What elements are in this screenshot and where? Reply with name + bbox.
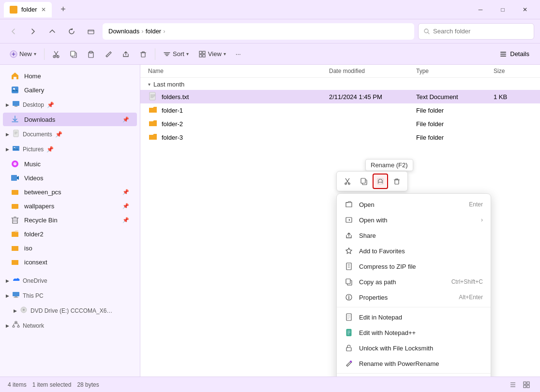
mini-delete-button[interactable] (389, 174, 405, 189)
new-label: New (19, 50, 32, 58)
title-bar-left: folder ✕ + (4, 2, 71, 17)
svg-rect-46 (395, 180, 399, 184)
ctx-item-rename-powerrename[interactable]: Rename with PowerRename (337, 356, 491, 371)
ctx-item-favorites[interactable]: Add to Favorites (337, 243, 491, 259)
maximize-button[interactable]: □ (492, 0, 514, 19)
sidebar-group-desktop[interactable]: ▶ Desktop 📌 (0, 97, 140, 112)
cut-button[interactable] (48, 48, 64, 60)
sidebar-recycle-bin-label: Recycle Bin (24, 217, 58, 224)
sort-button[interactable]: Sort ▾ (159, 48, 193, 60)
new-button[interactable]: New ▾ (6, 48, 40, 60)
sidebar-item-folder2[interactable]: folder2 (3, 227, 137, 241)
copy-button[interactable] (66, 48, 81, 60)
share-icon (122, 50, 130, 58)
breadcrumb[interactable]: Downloads › folder › (103, 23, 414, 40)
cut-icon (52, 50, 60, 58)
minimize-button[interactable]: ─ (469, 0, 492, 19)
ctx-properties-label: Properties (359, 294, 453, 301)
view-grid-button[interactable] (521, 379, 532, 391)
svg-rect-13 (203, 51, 205, 54)
share-button[interactable] (118, 48, 134, 60)
current-tab[interactable]: folder ✕ (4, 2, 52, 17)
sidebar-item-music[interactable]: Music (3, 157, 137, 171)
ctx-item-edit-notepad[interactable]: Edit in Notepad (337, 309, 491, 325)
sort-label: Sort (173, 50, 184, 58)
sidebar-iso-label: iso (24, 245, 32, 252)
paste-button[interactable] (83, 48, 99, 60)
ctx-item-copy-path[interactable]: Copy as path Ctrl+Shift+C (337, 274, 491, 290)
ctx-powerrename-label: Rename with PowerRename (359, 360, 483, 367)
search-box[interactable] (418, 23, 534, 40)
ctx-separator-2 (337, 373, 491, 374)
rename-icon (105, 50, 112, 58)
ctx-item-compress[interactable]: Compress to ZIP file (337, 259, 491, 274)
status-bar: 4 items 1 item selected 28 bytes (0, 377, 540, 392)
ctx-item-unlock[interactable]: Unlock with File Locksmith (337, 340, 491, 356)
breadcrumb-folder[interactable]: folder (146, 28, 162, 35)
iso-icon (11, 244, 19, 252)
details-button[interactable]: Details (495, 48, 534, 60)
sidebar-item-home[interactable]: Home (3, 69, 137, 83)
sidebar-onedrive-label: OneDrive (23, 277, 47, 284)
nav-refresh-button[interactable] (64, 24, 79, 39)
breadcrumb-downloads[interactable]: Downloads (108, 28, 139, 35)
sidebar-group-network[interactable]: ▶ Network (0, 318, 140, 333)
open-with-icon (345, 216, 353, 224)
sidebar-item-wallpapers[interactable]: wallpapers 📌 (3, 199, 137, 213)
nav-up-button[interactable] (45, 24, 60, 39)
ctx-item-share[interactable]: Share (337, 228, 491, 243)
ctx-item-open-with[interactable]: Open with › (337, 212, 491, 228)
tab-close-button[interactable]: ✕ (41, 6, 46, 13)
nav-back-button[interactable] (6, 24, 21, 39)
view-list-button[interactable] (507, 379, 519, 391)
ctx-item-more-options[interactable]: Show more options (337, 376, 491, 377)
nav-forward-button[interactable] (25, 24, 41, 39)
svg-rect-0 (11, 8, 16, 12)
sidebar-item-gallery[interactable]: Gallery (3, 83, 137, 97)
mini-cut-button[interactable] (340, 174, 355, 189)
sidebar-item-between-pcs[interactable]: between_pcs 📌 (3, 185, 137, 199)
sidebar-group-onedrive[interactable]: ▶ OneDrive (0, 273, 140, 288)
iconsext-icon (11, 258, 19, 266)
ctx-item-open[interactable]: Open Enter (337, 197, 491, 212)
ctx-item-edit-notepadpp[interactable]: Edit with Notepad++ (337, 325, 491, 340)
close-button[interactable]: ✕ (514, 0, 536, 19)
new-tab-button[interactable]: + (56, 2, 71, 17)
svg-rect-57 (524, 382, 526, 384)
sidebar-item-recycle-bin[interactable]: Recycle Bin 📌 (3, 213, 137, 227)
compress-icon (345, 262, 353, 271)
nav-location-button[interactable] (83, 24, 99, 39)
title-bar: folder ✕ + ─ □ ✕ (0, 0, 540, 19)
sidebar-group-documents[interactable]: ▶ Documents 📌 (0, 127, 140, 142)
search-input[interactable] (433, 28, 529, 35)
svg-rect-58 (527, 382, 529, 384)
ctx-share-icon (345, 231, 353, 240)
ctx-favorites-label: Add to Favorites (359, 247, 483, 255)
svg-rect-22 (15, 106, 17, 107)
rename-tooltip: Rename (F2) (365, 159, 413, 171)
sidebar-item-iconsext[interactable]: iconsext (3, 255, 137, 269)
sidebar-group-dvd[interactable]: ▶ DVD Drive (E:) CCCOMA_X64FRE_EN-US_D..… (0, 303, 140, 318)
toolbar: New ▾ Sort ▾ View ▾ ··· Details (0, 44, 540, 65)
sidebar-home-label: Home (24, 73, 41, 80)
mini-copy-button[interactable] (356, 174, 372, 189)
sidebar-item-iso[interactable]: iso (3, 241, 137, 255)
sidebar-this-pc-label: This PC (23, 292, 44, 299)
status-selected: 1 item selected (32, 381, 72, 388)
mini-toolbar[interactable] (336, 171, 408, 191)
sidebar-dvd-label: DVD Drive (E:) CCCOMA_X64FRE_EN-US_D... (30, 307, 113, 314)
sidebar: Home Gallery ▶ Desktop 📌 Downloads 📌 ▶ (0, 65, 140, 377)
view-button[interactable]: View ▾ (195, 48, 230, 60)
sidebar-group-this-pc[interactable]: ▶ This PC (0, 288, 140, 303)
search-icon (423, 28, 430, 35)
sidebar-item-downloads[interactable]: Downloads 📌 (3, 113, 137, 126)
rename-button[interactable] (101, 48, 116, 60)
sidebar-gallery-label: Gallery (24, 87, 44, 94)
mini-rename-button[interactable] (373, 174, 388, 189)
sidebar-iconsext-label: iconsext (24, 259, 47, 266)
delete-button[interactable] (135, 48, 151, 60)
ctx-item-properties[interactable]: Properties Alt+Enter (337, 290, 491, 305)
more-button[interactable]: ··· (232, 48, 245, 59)
sidebar-group-pictures[interactable]: ▶ Pictures 📌 (0, 142, 140, 157)
sidebar-item-videos[interactable]: Videos (3, 171, 137, 185)
